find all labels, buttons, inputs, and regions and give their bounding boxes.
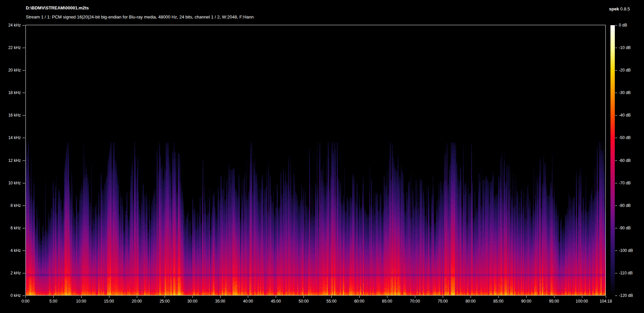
- db-tick: [615, 70, 617, 71]
- spectrogram-canvas: [26, 25, 605, 295]
- freq-tick-label: 16 kHz: [0, 113, 21, 118]
- db-tick-label: -120 dB: [619, 293, 633, 298]
- time-tick: [498, 296, 499, 298]
- time-tick: [109, 296, 109, 298]
- time-tick-label: 100:00: [576, 299, 588, 304]
- time-tick-label: 55:00: [326, 299, 336, 304]
- db-tick: [615, 273, 617, 273]
- freq-tick-label: 10 kHz: [0, 181, 21, 185]
- freq-tick: [22, 138, 25, 138]
- time-tick-label: 104:18: [600, 299, 612, 304]
- time-tick: [606, 296, 606, 298]
- time-tick-label: 40:00: [243, 299, 253, 304]
- db-tick-label: -110 dB: [619, 271, 633, 275]
- app-version: 0.8.5: [620, 6, 630, 11]
- freq-tick-label: 22 kHz: [0, 45, 21, 50]
- time-tick: [276, 296, 276, 298]
- time-tick-label: 70:00: [410, 299, 420, 304]
- time-tick: [248, 296, 248, 298]
- freq-tick-label: 12 kHz: [0, 158, 21, 163]
- freq-tick-label: 20 kHz: [0, 68, 21, 73]
- time-tick-label: 80:00: [466, 299, 476, 304]
- freq-tick: [22, 228, 25, 228]
- freq-tick-label: 2 kHz: [0, 271, 21, 275]
- freq-tick: [22, 251, 25, 251]
- time-tick: [193, 296, 193, 298]
- time-tick-label: 95:00: [549, 299, 559, 304]
- freq-tick-label: 18 kHz: [0, 90, 21, 95]
- time-tick: [554, 296, 554, 298]
- freq-tick-label: 24 kHz: [0, 23, 21, 28]
- db-tick: [615, 161, 617, 161]
- freq-tick: [22, 48, 25, 48]
- time-tick-label: 50:00: [299, 299, 309, 304]
- db-tick-label: -50 dB: [619, 135, 631, 140]
- freq-tick: [22, 183, 25, 183]
- time-tick: [81, 296, 82, 298]
- time-tick-label: 35:00: [215, 299, 225, 304]
- time-tick: [331, 296, 332, 298]
- db-tick: [615, 25, 617, 26]
- db-tick-label: -90 dB: [619, 226, 631, 230]
- db-tick: [615, 93, 617, 93]
- freq-tick: [22, 206, 25, 206]
- db-tick: [615, 48, 617, 48]
- file-path-title: D:\BDMV\STREAM\00001.m2ts: [26, 5, 89, 10]
- time-tick: [137, 296, 137, 298]
- db-tick-label: 0 dB: [619, 23, 627, 28]
- time-tick: [304, 296, 304, 298]
- time-tick: [359, 296, 360, 298]
- time-tick-label: 25:00: [160, 299, 170, 304]
- spectrogram-plot: [25, 25, 606, 296]
- freq-tick: [22, 273, 25, 273]
- db-tick-label: -40 dB: [619, 113, 631, 118]
- stream-info: Stream 1 / 1: PCM signed 16|20|24-bit bi…: [26, 14, 254, 19]
- freq-tick: [22, 25, 25, 26]
- freq-tick: [22, 161, 25, 161]
- db-tick-label: -70 dB: [619, 181, 631, 185]
- db-tick-label: -20 dB: [619, 68, 631, 73]
- time-tick: [582, 296, 582, 298]
- time-tick: [471, 296, 471, 298]
- colorbar-gradient: [610, 25, 615, 296]
- db-tick: [615, 296, 617, 296]
- time-tick-label: 20:00: [132, 299, 142, 304]
- freq-tick: [22, 115, 25, 116]
- db-tick: [615, 183, 617, 183]
- time-tick: [25, 296, 26, 298]
- time-tick: [526, 296, 527, 298]
- db-tick-label: -100 dB: [619, 248, 633, 253]
- time-tick-label: 85:00: [493, 299, 503, 304]
- freq-tick-label: 14 kHz: [0, 135, 21, 140]
- freq-tick-label: 4 kHz: [0, 248, 21, 253]
- db-tick-label: -80 dB: [619, 203, 631, 208]
- freq-tick-label: 0 kHz: [0, 293, 21, 298]
- time-tick-label: 90:00: [521, 299, 531, 304]
- freq-tick: [22, 296, 25, 296]
- time-tick-label: 0:00: [21, 299, 29, 304]
- time-tick-label: 15:00: [104, 299, 114, 304]
- spek-window: D:\BDMV\STREAM\00001.m2ts Stream 1 / 1: …: [0, 0, 644, 313]
- freq-tick-label: 6 kHz: [0, 226, 21, 230]
- app-name-version: spek 0.8.5: [609, 6, 630, 11]
- db-tick: [615, 206, 617, 206]
- app-name: spek: [609, 6, 619, 11]
- freq-tick-label: 8 kHz: [0, 203, 21, 208]
- time-tick-label: 45:00: [271, 299, 281, 304]
- time-tick-label: 5:00: [49, 299, 57, 304]
- db-tick: [615, 228, 617, 228]
- freq-tick: [22, 70, 25, 71]
- time-tick: [53, 296, 54, 298]
- db-tick-label: -60 dB: [619, 158, 631, 163]
- time-tick: [165, 296, 165, 298]
- time-tick-label: 30:00: [187, 299, 198, 304]
- time-tick-label: 10:00: [76, 299, 86, 304]
- freq-tick: [22, 93, 25, 93]
- db-tick-label: -10 dB: [619, 45, 631, 50]
- db-tick: [615, 115, 617, 116]
- time-tick: [387, 296, 387, 298]
- time-tick-label: 65:00: [382, 299, 392, 304]
- time-tick-label: 75:00: [438, 299, 448, 304]
- db-tick: [615, 138, 617, 138]
- db-tick-label: -30 dB: [619, 90, 631, 95]
